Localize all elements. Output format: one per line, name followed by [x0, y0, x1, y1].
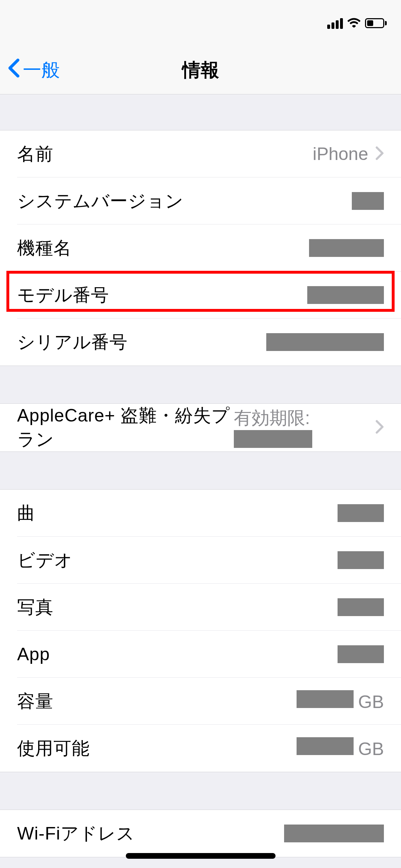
about-section-applecare: AppleCare+ 盗難・紛失プラン 有効期限: — [0, 403, 401, 452]
row-applecare[interactable]: AppleCare+ 盗難・紛失プラン 有効期限: — [0, 404, 401, 451]
row-serial-number: シリアル番号 — [0, 319, 401, 366]
home-indicator[interactable] — [126, 853, 276, 859]
redacted-value — [338, 504, 384, 522]
row-label: 容量 — [17, 689, 53, 713]
section-gap — [0, 366, 401, 403]
redacted-value — [297, 690, 354, 708]
navigation-bar: 一般 情報 — [0, 46, 401, 94]
row-model-number[interactable]: モデル番号 — [0, 272, 401, 319]
row-value: iPhone — [313, 144, 368, 164]
row-label: ビデオ — [17, 548, 73, 572]
battery-icon — [365, 18, 387, 28]
row-label: モデル番号 — [17, 283, 109, 307]
row-capacity: 容量 GB — [0, 678, 401, 725]
row-songs: 曲 — [0, 490, 401, 537]
redacted-value — [338, 645, 384, 663]
redacted-value — [338, 598, 384, 616]
row-label: 曲 — [17, 501, 35, 525]
row-label: Wi-Fiアドレス — [17, 822, 135, 846]
row-label: 名前 — [17, 142, 53, 166]
back-button[interactable]: 一般 — [7, 58, 60, 83]
redacted-value — [284, 825, 384, 842]
row-apps: App — [0, 631, 401, 678]
redacted-value — [352, 192, 384, 210]
about-section-network: Wi-Fiアドレス — [0, 810, 401, 857]
row-model-name: 機種名 — [0, 224, 401, 272]
page-title: 情報 — [182, 58, 219, 83]
status-bar — [0, 0, 401, 46]
row-label: シリアル番号 — [17, 330, 128, 354]
row-videos: ビデオ — [0, 537, 401, 584]
redacted-value — [234, 430, 312, 448]
row-photos: 写真 — [0, 584, 401, 631]
redacted-value — [297, 737, 354, 755]
redacted-value — [307, 286, 384, 304]
chevron-right-icon — [375, 420, 384, 435]
redacted-value — [338, 551, 384, 569]
wifi-icon — [347, 17, 361, 29]
row-wifi-address: Wi-Fiアドレス — [0, 810, 401, 857]
applecare-expiry-prefix: 有効期限: — [234, 408, 310, 428]
unit-suffix: GB — [358, 739, 384, 759]
row-name[interactable]: 名前 iPhone — [0, 130, 401, 177]
about-section-storage: 曲 ビデオ 写真 App 容量 GB 使用可能 GB — [0, 489, 401, 772]
row-label: AppleCare+ 盗難・紛失プラン — [17, 404, 234, 451]
redacted-value — [266, 333, 384, 351]
back-label: 一般 — [23, 58, 60, 83]
row-system-version: システムバージョン — [0, 177, 401, 224]
redacted-value — [309, 239, 384, 257]
row-label: 写真 — [17, 595, 53, 619]
unit-suffix: GB — [358, 692, 384, 712]
row-label: システムバージョン — [17, 189, 184, 213]
cellular-signal-icon — [327, 17, 343, 29]
section-gap — [0, 452, 401, 489]
about-section-1: 名前 iPhone システムバージョン 機種名 モデル番号 シリアル番号 — [0, 130, 401, 366]
row-label: App — [17, 644, 50, 665]
section-gap — [0, 94, 401, 130]
chevron-left-icon — [7, 58, 21, 82]
row-available: 使用可能 GB — [0, 725, 401, 772]
chevron-right-icon — [375, 146, 384, 162]
row-label: 使用可能 — [17, 737, 90, 760]
section-gap — [0, 772, 401, 810]
row-label: 機種名 — [17, 236, 72, 260]
